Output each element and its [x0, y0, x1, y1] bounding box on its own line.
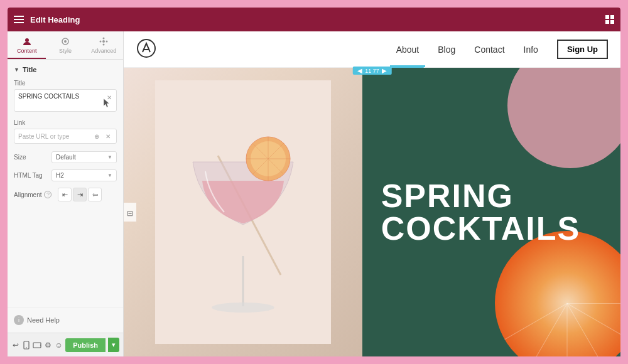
svg-rect-10 — [33, 343, 41, 348]
svg-point-15 — [212, 302, 274, 313]
style-icon — [60, 36, 70, 46]
align-right-button[interactable]: ⇦ — [88, 188, 102, 201]
tab-content-label: content — [17, 48, 37, 54]
heading-line2: COCKTAILS — [381, 210, 580, 247]
help-row: i Need Help — [14, 315, 117, 325]
html-tag-label: HTML Tag — [14, 172, 51, 179]
alignment-row: Alignment ? ⇤ ⇥ ⇦ — [14, 188, 117, 201]
history-icon[interactable]: ↩ — [11, 338, 19, 352]
svg-point-2 — [64, 40, 67, 43]
svg-point-7 — [106, 41, 108, 43]
cocktail-photo: ⊟ — [124, 68, 362, 356]
decorative-pink-circle — [507, 68, 620, 168]
emoji-icon[interactable]: ☺ — [55, 338, 63, 352]
logo-icon — [136, 38, 156, 58]
size-value: Default — [56, 154, 76, 161]
cocktail-background — [124, 68, 362, 356]
responsive-left-icon: ◀ — [357, 67, 362, 74]
html-tag-select[interactable]: H2 ▼ — [51, 169, 117, 181]
link-delete-icon[interactable]: ✕ — [104, 132, 112, 141]
nav-cta-button[interactable]: Sign Up — [557, 40, 608, 59]
size-select-input[interactable]: Default ▼ — [51, 151, 117, 163]
title-input[interactable]: SPRING COCKTAILS ✕ — [14, 89, 117, 112]
tab-style-label: style — [59, 48, 72, 54]
publish-dropdown-button[interactable]: ▾ — [108, 338, 119, 352]
sidebar-tabs: content style advanced — [8, 31, 123, 60]
hamburger-icon[interactable] — [14, 16, 24, 23]
decorative-grapefruit — [495, 231, 620, 356]
link-external-icon[interactable]: ⊕ — [92, 132, 101, 141]
sidebar-bottom-bar: ↩ ⚙ ☺ Publish ▾ — [8, 333, 123, 356]
alignment-buttons: ⇤ ⇥ ⇦ — [58, 188, 102, 201]
html-tag-value: H2 — [56, 172, 64, 179]
svg-point-5 — [103, 44, 105, 46]
preview-area: About Blog Contact Info Sign Up ◀ 11 77 … — [124, 31, 620, 356]
align-left-button[interactable]: ⇤ — [58, 188, 72, 201]
alignment-info-icon: ? — [44, 191, 51, 198]
tab-style[interactable]: style — [46, 31, 84, 59]
cocktail-glass-svg — [155, 80, 331, 344]
responsive-right-icon: ▶ — [382, 67, 387, 74]
svg-point-3 — [102, 40, 105, 43]
tab-advanced-label: advanced — [91, 48, 116, 54]
size-select[interactable]: Default ▼ — [51, 151, 117, 163]
tab-advanced[interactable]: advanced — [85, 31, 123, 59]
link-input[interactable]: Paste URL or type ⊕ ✕ — [14, 129, 117, 144]
top-bar: Edit Heading — [8, 8, 620, 31]
advanced-icon — [99, 36, 109, 46]
help-icon[interactable]: i — [14, 315, 24, 325]
svg-point-0 — [25, 38, 29, 42]
alignment-label-text: Alignment — [14, 191, 41, 198]
nav-links: About Blog Contact Info — [396, 45, 538, 55]
preview-content: ⊟ — [124, 68, 620, 356]
nav-link-about[interactable]: About — [396, 45, 420, 55]
collapse-panel-icon[interactable]: ⊟ — [124, 203, 136, 222]
nav-logo — [136, 38, 156, 61]
size-row: Size Default ▼ — [14, 151, 117, 163]
top-bar-title: Edit Heading — [30, 15, 80, 24]
chevron-down-icon: ▼ — [14, 67, 19, 73]
title-field-label: Title — [14, 80, 117, 87]
settings-icon[interactable]: ⚙ — [44, 338, 52, 352]
html-tag-row: HTML Tag H2 ▼ — [14, 169, 117, 181]
size-label: Size — [14, 154, 51, 161]
title-section-label: Title — [23, 66, 36, 73]
contact-icon — [22, 36, 32, 46]
sidebar-footer: i Need Help — [8, 307, 123, 333]
title-section-header[interactable]: ▼ Title — [14, 66, 117, 73]
nav-link-info[interactable]: Info — [524, 45, 538, 55]
link-label: Link — [14, 119, 117, 126]
title-input-value: SPRING COCKTAILS — [18, 93, 101, 100]
size-select-arrow: ▼ — [107, 154, 112, 160]
mobile-icon[interactable] — [22, 338, 30, 352]
main-area: content style advanced — [8, 31, 620, 356]
html-tag-select-arrow: ▼ — [107, 173, 112, 178]
grid-view-icon[interactable] — [605, 15, 614, 24]
svg-point-9 — [26, 347, 27, 348]
responsive-indicator[interactable]: ◀ 11 77 ▶ — [352, 67, 392, 75]
svg-point-6 — [100, 41, 102, 43]
tablet-icon[interactable] — [33, 338, 41, 352]
responsive-width: 11 77 — [365, 68, 379, 74]
app-wrapper: Edit Heading content styl — [0, 0, 628, 364]
tab-content[interactable]: content — [8, 31, 46, 59]
svg-point-11 — [40, 345, 41, 345]
preview-nav: About Blog Contact Info Sign Up ◀ 11 77 … — [124, 31, 620, 68]
html-tag-select-input[interactable]: H2 ▼ — [51, 169, 117, 181]
svg-text:⊟: ⊟ — [127, 209, 133, 217]
sidebar: content style advanced — [8, 31, 124, 356]
top-bar-left: Edit Heading — [14, 15, 80, 24]
sidebar-content: ▼ Title Title SPRING COCKTAILS ✕ Link — [8, 60, 123, 307]
hero-text-section: SPRING COCKTAILS — [362, 68, 620, 356]
delete-icon[interactable]: ✕ — [105, 93, 114, 102]
align-center-button[interactable]: ⇥ — [73, 188, 87, 201]
link-placeholder: Paste URL or type — [18, 133, 92, 140]
link-icons: ⊕ ✕ — [92, 132, 112, 141]
svg-point-4 — [103, 38, 105, 40]
nav-link-blog[interactable]: Blog — [438, 45, 455, 55]
link-section: Link Paste URL or type ⊕ ✕ — [14, 119, 117, 144]
publish-button[interactable]: Publish — [65, 338, 106, 352]
alignment-label: Alignment ? — [14, 191, 58, 198]
help-text: Need Help — [27, 316, 60, 324]
nav-link-contact[interactable]: Contact — [474, 45, 504, 55]
